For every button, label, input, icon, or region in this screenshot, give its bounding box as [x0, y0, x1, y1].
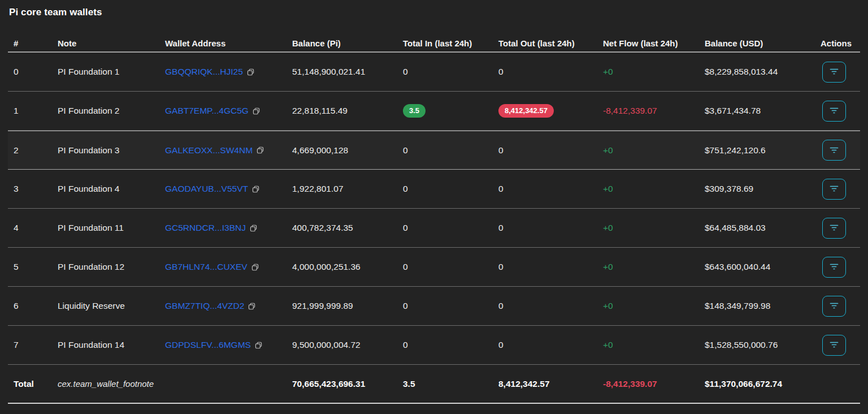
row-index: 5 [14, 262, 19, 271]
total-out-value: 0 [498, 301, 504, 310]
total-row: Total cex.team_wallet_footnote 70,665,42… [8, 365, 860, 404]
column-header-balance-pi: Balance (Pi) [287, 34, 397, 53]
wallet-actions-button[interactable] [822, 62, 846, 83]
cell-actions [815, 287, 860, 326]
total-out-value: 8,412,342.57 [498, 104, 554, 118]
copy-address-button[interactable] [256, 146, 264, 154]
cell-total-out: 8,412,342.57 [493, 92, 597, 131]
wallet-address-link[interactable]: GB7HLN74...CUXEV [165, 262, 248, 272]
balance-pi-value: 4,669,000,128 [292, 145, 348, 155]
table-row: 4 PI Foundation 11 GC5RNDCR...I3BNJ 400,… [8, 209, 860, 248]
balance-usd-value: $751,242,120.6 [705, 145, 766, 155]
cell-total-in: 0 [397, 248, 493, 287]
cell-net-flow: +0 [597, 326, 699, 365]
total-in-value: 0 [403, 145, 408, 155]
cell-balance-pi: 4,669,000,128 [287, 131, 397, 170]
total-actions-cell [815, 365, 860, 404]
cell-index: 6 [8, 287, 52, 326]
cell-wallet: GALKEOXX...SW4NM [159, 131, 287, 170]
copy-address-button[interactable] [251, 185, 260, 193]
net-flow-value: +0 [603, 301, 613, 310]
total-in-value: 0 [403, 67, 408, 76]
cell-total-in: 0 [397, 287, 493, 326]
cell-note: PI Foundation 14 [52, 326, 159, 365]
wallet-address-link[interactable]: GALKEOXX...SW4NM [165, 145, 253, 156]
cell-net-flow: +0 [597, 248, 699, 287]
cell-actions [815, 248, 860, 287]
cell-total-out: 0 [493, 326, 597, 365]
wallet-actions-button[interactable] [822, 140, 846, 161]
net-flow-value: +0 [603, 262, 613, 271]
copy-address-button[interactable] [254, 341, 263, 350]
table-header-row: # Note Wallet Address Balance (Pi) Total… [8, 34, 860, 53]
cell-actions [815, 170, 860, 209]
cell-wallet: GBMZ7TIQ...4VZD2 [159, 287, 287, 326]
cell-balance-usd: $309,378.69 [699, 170, 815, 209]
filter-icon [830, 147, 839, 154]
cell-actions [815, 326, 860, 365]
cell-balance-pi: 9,500,000,004.72 [287, 326, 397, 365]
copy-address-button[interactable] [246, 68, 255, 76]
cell-wallet: GDPDSLFV...6MGMS [159, 326, 287, 365]
balance-pi-value: 51,148,900,021.41 [292, 67, 365, 76]
cell-index: 3 [8, 170, 52, 209]
filter-icon [830, 303, 839, 309]
wallet-actions-button[interactable] [822, 218, 846, 239]
wallet-note: PI Foundation 4 [58, 184, 119, 193]
balance-usd-value: $643,600,040.44 [705, 262, 770, 271]
copy-icon [256, 146, 264, 154]
wallet-actions-button[interactable] [822, 101, 846, 122]
table-row: 2 PI Foundation 3 GALKEOXX...SW4NM 4,669… [8, 131, 860, 170]
cell-balance-usd: $643,600,040.44 [699, 248, 815, 287]
filter-icon [830, 225, 839, 231]
total-in-value: 0 [403, 301, 408, 310]
total-in-value: 3.5 [403, 104, 426, 118]
cell-balance-usd: $1,528,550,000.76 [699, 326, 815, 365]
total-out-value: 0 [498, 340, 504, 350]
cell-note: PI Foundation 4 [52, 170, 159, 209]
balance-pi-value: 400,782,374.35 [292, 223, 353, 232]
cell-wallet: GC5RNDCR...I3BNJ [159, 209, 287, 248]
copy-icon [249, 224, 258, 232]
wallet-address-link[interactable]: GABT7EMP...4GC5G [165, 106, 249, 116]
wallet-address-link[interactable]: GBQQRIQK...HJI25 [165, 67, 243, 77]
cell-wallet: GB7HLN74...CUXEV [159, 248, 287, 287]
column-header-index: # [8, 34, 52, 53]
copy-icon [251, 185, 260, 193]
page-title: Pi core team wallets [9, 7, 860, 18]
total-footnote: cex.team_wallet_footnote [58, 379, 154, 389]
cell-total-in: 0 [397, 131, 493, 170]
copy-address-button[interactable] [252, 107, 261, 115]
total-balance-usd: $11,370,066,672.74 [699, 365, 815, 404]
total-out-value: 0 [498, 223, 504, 232]
column-header-note: Note [52, 34, 159, 53]
balance-usd-value: $1,528,550,000.76 [705, 340, 778, 350]
copy-address-button[interactable] [249, 224, 258, 232]
wallet-actions-button[interactable] [822, 335, 846, 356]
cell-total-out: 0 [493, 131, 597, 170]
total-net-flow: -8,412,339.07 [603, 379, 657, 389]
balance-usd-value: $64,485,884.03 [705, 223, 766, 232]
wallet-address-link[interactable]: GC5RNDCR...I3BNJ [165, 223, 246, 233]
wallet-actions-button[interactable] [822, 296, 846, 317]
total-in-value: 0 [403, 340, 408, 350]
copy-address-button[interactable] [251, 263, 259, 271]
wallet-actions-button[interactable] [822, 257, 846, 278]
row-index: 2 [14, 145, 19, 155]
net-flow-value: +0 [603, 184, 613, 193]
copy-address-button[interactable] [248, 302, 256, 310]
wallet-address-link[interactable]: GAODAYUB...V55VT [165, 184, 248, 194]
cell-wallet: GAODAYUB...V55VT [159, 170, 287, 209]
column-header-balance-usd: Balance (USD) [699, 34, 815, 53]
cell-index: 2 [8, 131, 52, 170]
copy-icon [254, 341, 263, 350]
cell-actions [815, 209, 860, 248]
total-in-value: 0 [403, 262, 408, 271]
cell-note: Liquidity Reserve [52, 287, 159, 326]
wallet-actions-button[interactable] [822, 179, 846, 200]
cell-balance-usd: $64,485,884.03 [699, 209, 815, 248]
balance-usd-value: $309,378.69 [705, 184, 753, 193]
wallet-address-link[interactable]: GDPDSLFV...6MGMS [165, 340, 251, 350]
wallet-address-link[interactable]: GBMZ7TIQ...4VZD2 [165, 301, 244, 311]
cell-wallet: GBQQRIQK...HJI25 [159, 53, 287, 92]
